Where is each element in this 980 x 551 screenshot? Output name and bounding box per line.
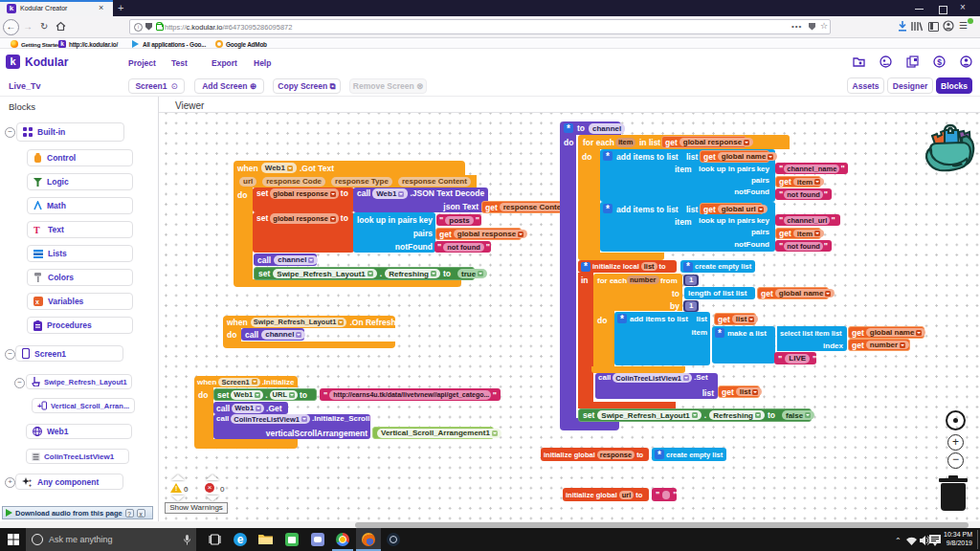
svg-text:+: +: [29, 482, 32, 487]
svg-text:x: x: [35, 298, 39, 305]
svg-text:+: +: [37, 402, 42, 410]
svg-text:T: T: [33, 225, 40, 234]
svg-text:$: $: [937, 57, 942, 67]
